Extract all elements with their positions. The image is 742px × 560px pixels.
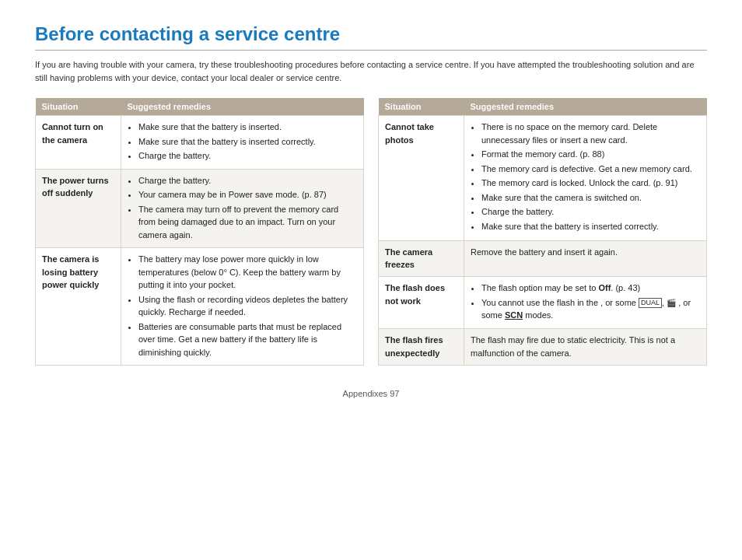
right-situation-cell: The camera freezes [379, 240, 464, 276]
right-table-header-situation: Situation [379, 98, 464, 116]
left-table-header-situation: Situation [36, 98, 121, 116]
left-remedies-cell: Charge the battery.Your camera may be in… [121, 169, 364, 248]
right-table: Situation Suggested remedies Cannot take… [378, 98, 707, 366]
left-situation-cell: The camera is losing battery power quick… [36, 248, 121, 366]
right-table-header-remedies: Suggested remedies [464, 98, 707, 116]
right-remedies-cell: The flash option may be set to Off. (p. … [464, 277, 707, 329]
left-table-header-remedies: Suggested remedies [121, 98, 364, 116]
right-remedies-cell: There is no space on the memory card. De… [464, 116, 707, 241]
left-situation-cell: Cannot turn on the camera [36, 116, 121, 170]
right-situation-cell: Cannot take photos [379, 116, 464, 241]
right-remedies-cell: Remove the battery and insert it again. [464, 240, 707, 276]
page-title: Before contacting a service centre [35, 23, 707, 51]
right-situation-cell: The flash fires unexpectedly [379, 329, 464, 366]
right-situation-cell: The flash does not work [379, 277, 464, 329]
left-situation-cell: The power turns off suddenly [36, 169, 121, 248]
left-remedies-cell: The battery may lose power more quickly … [121, 248, 364, 366]
tables-wrapper: Situation Suggested remedies Cannot turn… [35, 98, 707, 366]
intro-text: If you are having trouble with your came… [35, 58, 707, 84]
left-remedies-cell: Make sure that the battery is inserted.M… [121, 116, 364, 170]
left-table: Situation Suggested remedies Cannot turn… [35, 98, 364, 366]
right-remedies-cell: The flash may fire due to static electri… [464, 329, 707, 366]
footer: Appendixes 97 [35, 389, 707, 398]
